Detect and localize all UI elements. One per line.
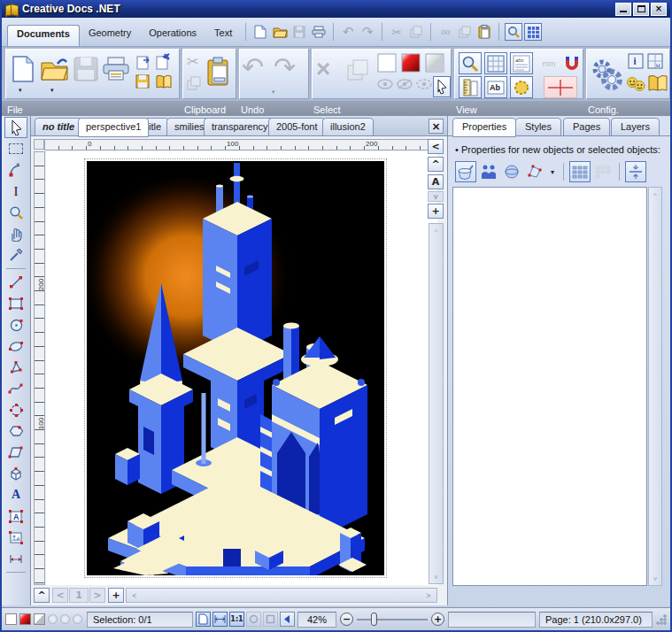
undo-button[interactable]: ↶ [242,51,264,82]
save-document-button[interactable] [73,57,98,81]
aggregate-height-button[interactable] [625,161,646,182]
properties-list[interactable] [452,187,647,586]
view-crosshair-button[interactable] [544,76,577,98]
new-dropdown-arrow[interactable]: ▾ [19,87,22,94]
tool-circle[interactable] [4,314,27,335]
deselect-button[interactable]: × [316,55,330,83]
canvas-prev-view-button[interactable]: < [428,139,444,154]
copy-button[interactable] [187,76,201,90]
menu-text[interactable]: Text [205,25,241,46]
sphere-style-button[interactable] [501,161,522,182]
horizontal-scrollbar[interactable]: < > [126,588,437,603]
hscroll-right-arrow[interactable]: > [421,590,436,601]
properties-scrollbar[interactable]: ^ v [648,187,662,586]
view-rulers-button[interactable] [459,76,482,98]
save-document-icon[interactable] [290,23,308,41]
style-plain-swatch[interactable] [376,52,398,73]
canvas-zoom-page-button[interactable]: A [428,174,444,189]
objects-people-button[interactable] [478,161,499,182]
zoom-100-button[interactable]: 1:1 [229,612,244,627]
tool-polygon[interactable] [4,357,27,378]
print-button[interactable] [102,57,130,81]
detail-grid-on-button[interactable] [569,161,591,182]
status-eye-1[interactable] [48,614,58,624]
maximize-button[interactable] [633,3,649,16]
help-book-button[interactable] [647,74,668,94]
grid-toggle[interactable] [524,23,542,41]
vscroll-up-arrow[interactable]: ^ [430,225,442,237]
canvas-scroll-up-button[interactable]: ^ [428,157,444,172]
cut-icon[interactable]: ✂ [388,23,406,41]
tool-text[interactable]: A [4,484,27,505]
export-page-button[interactable] [135,53,151,71]
print-icon[interactable] [310,23,328,41]
cut-button[interactable]: ✂ [187,53,198,70]
zoom-menu-button[interactable] [280,612,295,627]
smilies-button[interactable] [626,76,645,92]
show-all-eye-icon[interactable] [376,78,394,90]
status-swatch-gradient[interactable] [34,613,45,625]
tab-layers[interactable]: Layers [611,118,660,136]
link-icon[interactable]: oo [436,23,454,41]
zoom-slider-thumb[interactable] [371,613,377,626]
tool-regular-polygon[interactable] [4,420,27,442]
detail-grid-off-button[interactable] [592,161,614,182]
file-book-button[interactable] [155,74,173,90]
canvas-scroll-left-button[interactable]: ^ [34,588,50,603]
paste-button[interactable] [206,57,231,87]
pscroll-down-arrow[interactable]: v [650,572,660,584]
prev-page-button[interactable]: < [52,588,68,603]
status-swatch-red[interactable] [19,613,31,625]
duplicate-selection-button[interactable] [346,58,369,81]
zoom-fit-page-button[interactable] [196,612,211,627]
tool-image-frame[interactable] [4,527,27,548]
undo-icon[interactable]: ↶ [339,23,357,41]
save-model-button[interactable] [135,74,151,90]
tool-3d-box[interactable] [4,463,27,484]
minimize-button[interactable] [615,3,631,16]
tool-rectangle[interactable] [4,293,27,314]
tab-perspective1[interactable]: perspective1 [78,118,149,137]
paste-icon[interactable] [475,23,493,41]
document-page[interactable] [46,151,437,585]
status-swatch-white[interactable] [5,613,17,625]
menu-documents[interactable]: Documents [7,25,80,46]
tab-transparency[interactable]: transparency [204,118,276,136]
canvas-artwork[interactable] [87,161,384,575]
style-gradient-swatch[interactable] [424,52,445,73]
tool-parallelogram[interactable] [4,442,27,463]
status-eye-2[interactable] [60,614,70,624]
document-grid-button[interactable]: H [647,53,663,69]
view-text-rules-button[interactable]: abc [510,52,533,74]
hscroll-left-arrow[interactable]: < [127,590,142,601]
tool-color-picker[interactable] [4,244,27,266]
tool-hand-pan[interactable] [4,223,27,244]
geometry-selector-button[interactable] [524,161,545,182]
zoom-in-button[interactable]: + [431,613,444,626]
open-dropdown-arrow[interactable]: ▾ [50,87,54,94]
tab-illusion2[interactable]: illusion2 [322,118,374,136]
selector-tool-button[interactable] [433,76,451,97]
zoom-prev-button[interactable] [246,612,261,627]
tool-dimension[interactable] [4,548,27,569]
toggle-eye-icon[interactable] [415,78,433,90]
tool-zoom[interactable] [4,202,27,223]
open-document-icon[interactable] [271,23,289,41]
redo-button[interactable]: ↷ [274,51,296,82]
status-eye-3[interactable] [73,614,82,624]
hide-eye-icon[interactable] [396,78,413,90]
zoom-sel-button[interactable] [263,612,278,627]
canvas-zoom-in-v-button[interactable]: + [428,204,444,219]
undo-dropdown-arrow[interactable]: ▾ [272,89,275,96]
tool-freehand[interactable] [4,399,27,420]
magnet-snap-button[interactable] [561,52,583,74]
close-document-button[interactable] [155,53,171,71]
fill-style-button[interactable] [455,161,476,182]
duplicate-icon[interactable] [407,23,425,41]
close-document-tab-button[interactable]: × [429,119,444,134]
tool-ellipse[interactable] [4,335,27,357]
tab-2005-font[interactable]: 2005-font [268,118,325,136]
tab-no-title[interactable]: no title [35,118,82,136]
new-document-button[interactable] [12,55,35,83]
view-grid-button[interactable] [484,52,507,74]
